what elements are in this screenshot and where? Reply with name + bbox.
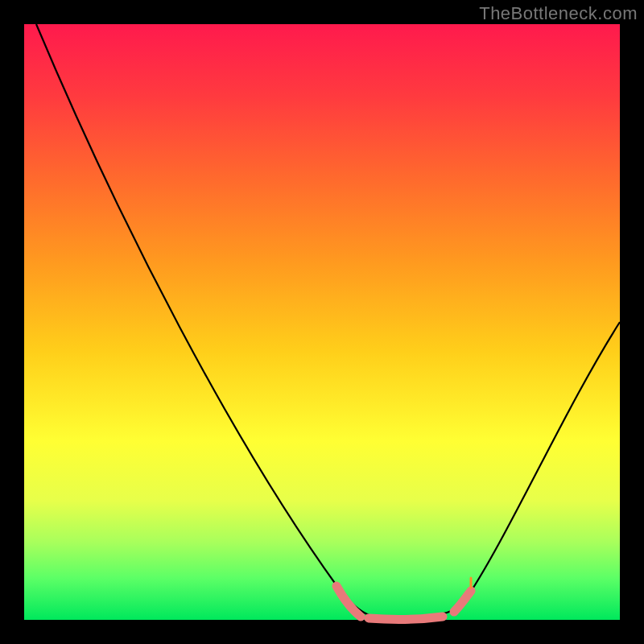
curve-path	[36, 24, 620, 619]
highlight-left	[336, 586, 361, 617]
bottleneck-curve	[24, 24, 620, 620]
watermark-text: TheBottleneck.com	[479, 3, 638, 24]
chart-frame: TheBottleneck.com	[0, 0, 644, 644]
highlight-bottom	[369, 617, 443, 619]
highlight-right	[454, 591, 471, 612]
